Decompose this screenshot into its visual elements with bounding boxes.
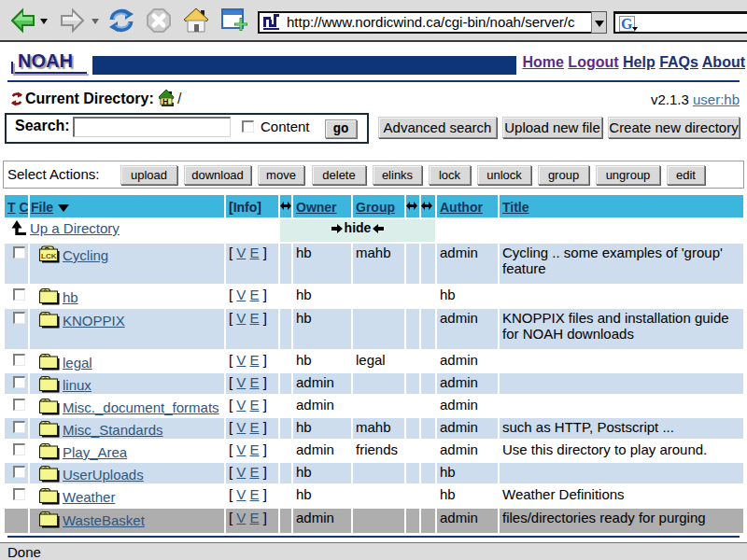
svg-text:G: G <box>621 16 633 32</box>
svg-text:H: H <box>162 97 169 106</box>
